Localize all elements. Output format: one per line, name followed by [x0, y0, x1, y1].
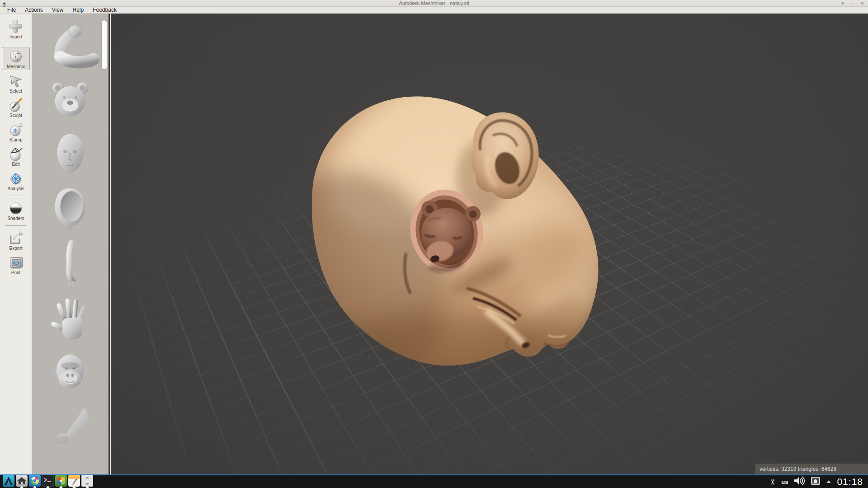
- toolbar-button-select[interactable]: Select: [2, 71, 30, 94]
- close-button[interactable]: ✕: [860, 0, 864, 7]
- meshmix-icon: [2, 48, 29, 64]
- edit-icon: [2, 146, 29, 161]
- bear-head-icon: [41, 76, 99, 127]
- mesh-model[interactable]: [111, 14, 868, 474]
- shaders-icon: [2, 200, 29, 216]
- menu-help[interactable]: Help: [68, 7, 89, 14]
- part-thumbnail-flexed-arm[interactable]: [38, 22, 102, 72]
- meshmix-parts-panel: [32, 14, 108, 474]
- toolbar-button-stamp[interactable]: ⚜ Stamp: [2, 120, 30, 143]
- volume-icon[interactable]: [794, 476, 805, 487]
- toolbar-button-analysis[interactable]: Analysis: [2, 169, 30, 192]
- running-indicator: [59, 486, 63, 488]
- flexed-arm-icon: [41, 22, 99, 72]
- tray-expander-icon[interactable]: [826, 480, 831, 483]
- toolbar-separator: [5, 44, 26, 44]
- part-thumbnail-slender-arm[interactable]: [38, 239, 102, 289]
- print-icon: [2, 254, 29, 270]
- clipboard-manager-icon[interactable]: ✂: [768, 479, 777, 485]
- toolbar-label: Meshmix: [2, 64, 29, 69]
- slender-arm-icon: [41, 239, 99, 289]
- toolbar-separator: [5, 196, 26, 196]
- menubar: File Actions View Help Feedback: [0, 7, 868, 14]
- running-indicator: [20, 486, 24, 488]
- gorilla-head-icon: [41, 347, 99, 398]
- menu-view[interactable]: View: [47, 7, 68, 14]
- toolbar-label: Select: [2, 89, 29, 94]
- running-indicator: [46, 486, 50, 488]
- taskbar-chrome[interactable]: [28, 476, 41, 488]
- head-shell-icon: [41, 184, 99, 235]
- import-icon: [2, 19, 29, 34]
- viewport-3d[interactable]: vertices: 32319 triangles: 64628: [111, 14, 868, 474]
- toolbar-separator: [5, 225, 26, 226]
- window-title: Autodesk Meshmixer - nataly.stl: [0, 0, 868, 6]
- menu-actions[interactable]: Actions: [20, 7, 47, 14]
- svg-text:⚜: ⚜: [12, 127, 18, 135]
- running-indicator: [72, 486, 76, 488]
- keyboard-layout-indicator[interactable]: us: [781, 479, 788, 485]
- part-thumbnail-gorilla-head[interactable]: [38, 347, 102, 398]
- toolbar-label: Import: [2, 34, 29, 39]
- maximize-button[interactable]: ▫: [851, 0, 853, 7]
- taskbar-terminal[interactable]: [42, 476, 54, 488]
- mesh-stats: vertices: 32319 triangles: 64628: [755, 464, 868, 474]
- toolbar-label: Print: [2, 270, 29, 275]
- cone-horn-icon: [41, 401, 99, 452]
- taskbar-workspace-switcher[interactable]: [81, 476, 94, 488]
- toolbar-label: Analysis: [2, 186, 29, 191]
- select-icon: [2, 73, 29, 88]
- menu-feedback[interactable]: Feedback: [88, 7, 121, 14]
- toolbar-label: Sculpt: [2, 113, 29, 118]
- taskbar-file-manager[interactable]: [15, 476, 28, 488]
- export-icon: [2, 230, 29, 245]
- open-hand-icon: [41, 293, 99, 343]
- part-thumbnail-cone-horn[interactable]: [38, 401, 102, 452]
- toolbar-label: Export: [2, 246, 29, 251]
- toolbar-button-import[interactable]: Import: [2, 17, 30, 40]
- app-menu-icon: [3, 475, 14, 488]
- sculpt-icon: [2, 97, 29, 113]
- ear: [472, 113, 538, 199]
- part-thumbnail-open-hand[interactable]: [38, 293, 102, 343]
- toolbar-button-export[interactable]: Export: [2, 229, 30, 252]
- part-thumbnail-human-head[interactable]: [38, 130, 102, 181]
- minimize-button[interactable]: ▾: [841, 0, 844, 7]
- titlebar: Autodesk Meshmixer - nataly.stl ▾ ▫ ✕: [0, 0, 868, 7]
- toolbar-button-meshmix[interactable]: Meshmix: [2, 47, 30, 70]
- toolbar-label: Stamp: [2, 137, 29, 142]
- running-indicator: [33, 486, 37, 488]
- taskbar-app-menu[interactable]: [2, 476, 15, 488]
- human-head-icon: [41, 130, 99, 181]
- toolbar-button-sculpt[interactable]: Sculpt: [2, 96, 30, 119]
- taskbar: ✂ us 01:18: [0, 474, 868, 488]
- stamp-icon: ⚜: [2, 122, 29, 137]
- parts-scrollbar[interactable]: [101, 18, 107, 470]
- taskbar-text-editor[interactable]: [68, 476, 80, 488]
- part-thumbnail-bear-head[interactable]: [38, 76, 102, 127]
- part-thumbnail-head-shell[interactable]: [38, 184, 102, 235]
- left-toolbar: Import Meshmix Select: [0, 14, 32, 474]
- display-settings-icon[interactable]: [811, 476, 821, 487]
- toolbar-button-print[interactable]: Print: [2, 253, 30, 276]
- parts-scrollbar-thumb[interactable]: [102, 20, 107, 69]
- analysis-icon: [2, 170, 29, 186]
- taskbar-application-finder[interactable]: [55, 476, 67, 488]
- taskbar-clock[interactable]: 01:18: [837, 476, 863, 487]
- toolbar-button-edit[interactable]: Edit: [2, 145, 30, 168]
- toolbar-button-shaders[interactable]: Shaders: [2, 199, 30, 222]
- system-tray: ✂ us 01:18: [769, 476, 866, 487]
- toolbar-label: Shaders: [2, 216, 29, 221]
- running-indicator: [85, 486, 89, 488]
- toolbar-label: Edit: [2, 162, 29, 167]
